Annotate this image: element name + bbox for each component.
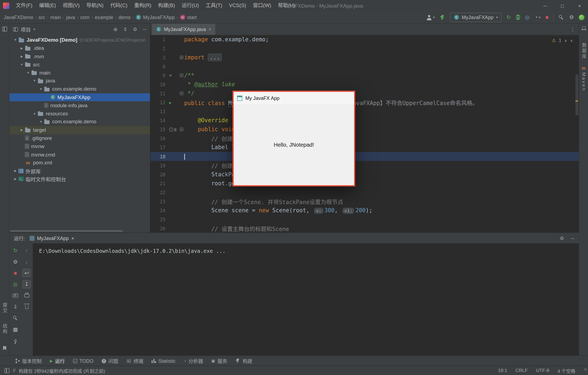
tool-tab-statistic[interactable]: Statistic xyxy=(148,356,180,366)
tree-item[interactable]: ▼com.example.demo xyxy=(9,118,150,126)
console-output[interactable]: E:\Downloads\CodesDownloads\jdk\jdk-17.0… xyxy=(33,243,579,356)
title-bar[interactable]: 文件(F)编辑(E)视图(V)导航(N)代码(C)重构(R)构建(B)运行(U)… xyxy=(0,0,588,11)
menu-item[interactable]: 编辑(E) xyxy=(36,0,59,11)
tool-tab-terminal[interactable]: >_终端 xyxy=(122,356,147,366)
chevron-down-icon[interactable]: ▼ xyxy=(32,112,38,115)
tab-options-icon[interactable]: ⋮ xyxy=(570,26,575,32)
tree-item[interactable]: mvnw xyxy=(9,142,150,150)
tree-item[interactable]: ▼java xyxy=(9,77,150,85)
stop-button[interactable]: ■ xyxy=(546,14,549,20)
inspections-widget[interactable]: ⚠ 1 ∧ ∨ xyxy=(552,38,573,43)
code-line[interactable]: 25 xyxy=(151,215,579,224)
chevron-right-icon[interactable]: ▶ xyxy=(12,177,18,181)
code-line[interactable]: 14 @Override xyxy=(151,116,579,125)
menu-item[interactable]: 导航(N) xyxy=(83,0,107,11)
hide-panel-button[interactable]: ─ xyxy=(143,26,146,32)
javafx-title-bar[interactable]: My JavaFX App xyxy=(234,92,354,104)
console-command-line[interactable]: E:\Downloads\CodesDownloads\jdk\jdk-17.0… xyxy=(39,248,225,254)
tree-item[interactable]: mvnw.cmd xyxy=(9,150,150,159)
fold-collapse-icon[interactable]: − xyxy=(180,73,183,77)
tree-item[interactable]: ▼resources xyxy=(9,110,150,118)
breadcrumb-item[interactable]: demo xyxy=(118,14,131,20)
code-line[interactable]: 17 Label l xyxy=(151,143,579,152)
code-line[interactable]: 23 // 创建一个Scene. 并将StackPane设置为根节点 xyxy=(151,197,579,206)
file-encoding[interactable]: UTF-8 xyxy=(536,368,549,373)
tree-item[interactable]: ▶.mvn xyxy=(9,52,150,60)
settings-gear-button[interactable]: ⚙ xyxy=(133,26,137,32)
tree-item[interactable]: ▼JavaFXDemo [Demo] D:\IDEAProjects\JCNCP… xyxy=(9,36,150,44)
settings-button[interactable]: ⚙ xyxy=(569,14,574,20)
user-dropdown[interactable]: ▾ xyxy=(426,14,435,20)
code-line[interactable]: 21 root.ge xyxy=(151,179,579,188)
code-line[interactable]: 15↑@− public void xyxy=(151,125,579,134)
tool-stripe-label[interactable]: 提交 xyxy=(2,303,7,314)
camera-icon[interactable] xyxy=(11,291,19,300)
scroll-to-end-icon[interactable]: ↧ xyxy=(23,280,31,288)
project-panel-title[interactable]: 项目 xyxy=(21,26,31,33)
tree-item[interactable]: ▶>_临时文件和控制台 xyxy=(9,175,150,183)
expand-collapse-button[interactable]: ⇕ xyxy=(123,26,127,32)
code-line[interactable]: 8 xyxy=(151,62,579,71)
profiler-button[interactable]: ◔ ▾ xyxy=(535,14,541,20)
menu-item[interactable]: 工具(T) xyxy=(202,0,226,11)
tree-item[interactable]: ▶.idea xyxy=(9,44,150,52)
tool-tab-build[interactable]: 构建 xyxy=(231,356,256,366)
project-stripe-button[interactable] xyxy=(1,26,8,32)
menu-item[interactable]: 运行(U) xyxy=(178,0,202,11)
code-line[interactable]: 11− */ xyxy=(151,89,579,98)
tool-tab-profiler[interactable]: ◔分析器 xyxy=(180,356,207,366)
chevron-down-icon[interactable]: ▼ xyxy=(38,87,44,91)
chevron-right-icon[interactable]: ▶ xyxy=(19,55,25,58)
editor-tab[interactable]: C MyJavaFXApp.java × xyxy=(152,24,215,35)
code-area[interactable]: 1package com.example.demo;23+import ...8… xyxy=(151,35,579,232)
code-line[interactable]: 20 StackPa xyxy=(151,170,579,179)
menu-item[interactable]: 窗口(W) xyxy=(250,0,275,11)
tree-item[interactable]: ▶外部库 xyxy=(9,167,150,175)
horizontal-scrollbar[interactable] xyxy=(10,230,122,232)
search-everywhere-button[interactable] xyxy=(559,14,564,20)
tree-item[interactable]: g.gitignore xyxy=(9,134,150,142)
code-line[interactable]: 19 // 创建 xyxy=(151,161,579,170)
tool-tab-problems[interactable]: !问题 xyxy=(97,356,122,366)
grid-icon[interactable]: ▦ xyxy=(11,325,19,333)
fold-expand-icon[interactable]: + xyxy=(180,56,183,59)
code-line[interactable]: 2 xyxy=(151,44,579,53)
breadcrumb-item[interactable]: java xyxy=(66,14,75,20)
run-tab[interactable]: MyJavaFXApp × xyxy=(29,233,74,244)
prev-problem-icon[interactable]: ∧ xyxy=(564,38,567,42)
code-line[interactable]: 1package com.example.demo; xyxy=(151,35,579,44)
debug-button[interactable] xyxy=(516,15,520,20)
tree-item[interactable]: Jmodule-info.java xyxy=(9,102,150,110)
minimize-button[interactable]: ─ xyxy=(571,235,574,241)
chevron-down-icon[interactable]: ▼ xyxy=(19,63,25,66)
chevron-down-icon[interactable]: ▼ xyxy=(25,71,31,74)
menu-item[interactable]: 代码(C) xyxy=(107,0,131,11)
menu-item[interactable]: 构建(B) xyxy=(155,0,178,11)
build-project-button[interactable] xyxy=(440,14,445,20)
wrench-icon[interactable]: ⚙ xyxy=(11,258,19,266)
tool-stripe-item[interactable]: 数据库 xyxy=(581,43,586,60)
close-button[interactable]: × xyxy=(571,0,588,11)
minimize-button[interactable]: ─ xyxy=(537,0,554,11)
overriding-method-icon[interactable]: ↑ xyxy=(169,127,173,131)
coverage-button[interactable]: ◎ xyxy=(525,14,530,20)
tree-item[interactable]: ▶target xyxy=(9,126,150,134)
rerun-button[interactable]: ↻ xyxy=(506,14,511,20)
breadcrumb-item[interactable]: src xyxy=(39,14,45,20)
run-line-icon[interactable]: ▶ xyxy=(169,100,171,104)
javafx-app-window[interactable]: My JavaFX App Hello, JNotepad! xyxy=(232,91,355,186)
fold-collapse-icon[interactable]: − xyxy=(180,128,183,131)
fold-collapse-icon[interactable]: − xyxy=(180,91,183,95)
breadcrumb-item[interactable]: CMyJavaFXApp xyxy=(136,14,175,20)
breadcrumb-item[interactable]: JavaFXDemo xyxy=(4,14,33,20)
status-message[interactable]: 构建在 2秒942毫秒内成功完成 (片刻之前) xyxy=(19,367,105,374)
tool-window-layout-icon[interactable] xyxy=(5,368,10,373)
code-line[interactable]: 9≡−/** xyxy=(151,71,579,80)
code-line[interactable]: 26 // 设置主舞台的标题和Scene xyxy=(151,224,579,233)
chevron-down-icon[interactable]: ▼ xyxy=(12,38,18,42)
next-problem-icon[interactable]: ∨ xyxy=(570,38,573,42)
chevron-right-icon[interactable]: ▶ xyxy=(12,169,18,173)
code-line[interactable]: 18 xyxy=(151,152,579,161)
tool-tab-services[interactable]: ▣服务 xyxy=(207,356,231,366)
locate-file-button[interactable]: ⊕ xyxy=(114,26,118,32)
